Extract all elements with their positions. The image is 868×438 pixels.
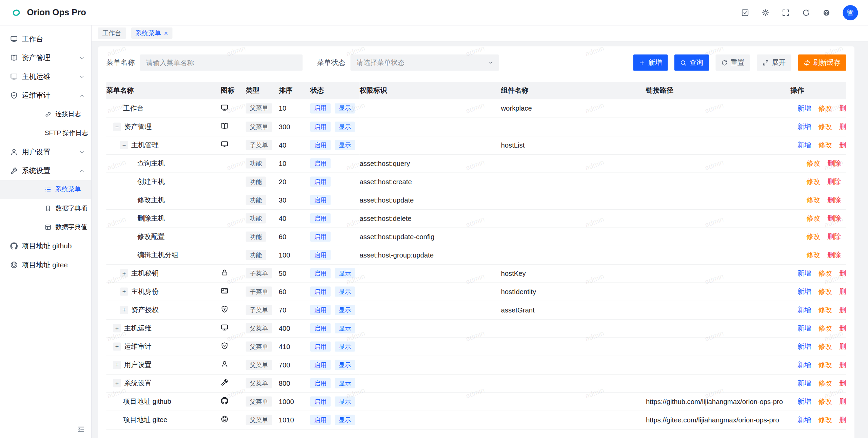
sidebar-item[interactable]: 数据字典值: [0, 218, 91, 237]
edit-link[interactable]: 修改: [807, 233, 821, 241]
add-link[interactable]: 新增: [797, 324, 811, 332]
add-link[interactable]: 新增: [797, 306, 811, 314]
edit-link[interactable]: 修改: [818, 361, 832, 369]
delete-link[interactable]: 删除: [827, 159, 841, 167]
edit-link[interactable]: 修改: [818, 398, 832, 405]
delete-link[interactable]: 删除: [839, 416, 846, 424]
delete-link[interactable]: 删除: [839, 104, 846, 112]
edit-link[interactable]: 修改: [818, 306, 832, 314]
sidebar-item[interactable]: SFTP 操作日志: [0, 124, 91, 143]
close-icon[interactable]: ×: [164, 30, 168, 37]
edit-link[interactable]: 修改: [818, 269, 832, 277]
tab[interactable]: 系统菜单×: [131, 27, 172, 39]
gear-icon[interactable]: [822, 8, 830, 17]
sidebar-item[interactable]: 资产管理: [0, 49, 91, 68]
menu-name-input[interactable]: [140, 55, 303, 71]
actions-cell: 修改删除: [790, 173, 846, 191]
delete-link[interactable]: 删除: [827, 251, 841, 259]
sidebar-item[interactable]: 项目地址 github: [0, 237, 91, 256]
delete-link[interactable]: 删除: [839, 141, 846, 149]
expand-row-icon[interactable]: +: [113, 343, 121, 351]
delete-link[interactable]: 删除: [839, 123, 846, 131]
add-link[interactable]: 新增: [797, 416, 811, 424]
edit-link[interactable]: 修改: [818, 416, 832, 424]
delete-link[interactable]: 删除: [839, 324, 846, 332]
edit-link[interactable]: 修改: [807, 159, 821, 167]
collapse-row-icon[interactable]: −: [113, 123, 121, 131]
edit-link[interactable]: 修改: [807, 251, 821, 259]
add-link[interactable]: 新增: [797, 398, 811, 405]
sidebar-item[interactable]: 主机运维: [0, 67, 91, 86]
reset-button[interactable]: 重置: [715, 55, 750, 71]
shield-icon: [221, 342, 229, 350]
sidebar-collapse-icon[interactable]: [77, 425, 85, 433]
delete-link[interactable]: 删除: [827, 233, 841, 241]
menu-status-select[interactable]: 请选择菜单状态: [351, 55, 499, 71]
edit-link[interactable]: 修改: [818, 104, 832, 112]
sidebar-item-label: 项目地址 gitee: [22, 260, 68, 269]
delete-link[interactable]: 删除: [839, 379, 846, 387]
delete-link[interactable]: 删除: [839, 269, 846, 277]
delete-link[interactable]: 删除: [827, 214, 841, 222]
edit-link[interactable]: 修改: [818, 379, 832, 387]
expand-row-icon[interactable]: +: [113, 379, 121, 387]
sidebar-item[interactable]: 系统设置: [0, 161, 91, 180]
delete-link[interactable]: 删除: [839, 361, 846, 369]
user-avatar[interactable]: 管: [843, 5, 858, 20]
permission-cell: [360, 356, 501, 374]
collapse-row-icon[interactable]: −: [120, 141, 128, 149]
desktop-icon: [10, 35, 18, 43]
add-link[interactable]: 新增: [797, 361, 811, 369]
sidebar-item[interactable]: 连接日志: [0, 105, 91, 124]
link-path-cell: [646, 228, 790, 246]
edit-link[interactable]: 修改: [807, 214, 821, 222]
delete-link[interactable]: 删除: [827, 196, 841, 204]
status-cell: 启用显示: [310, 136, 360, 154]
checkbox-icon[interactable]: [741, 8, 749, 17]
type-tag: 父菜单: [246, 342, 272, 352]
add-link[interactable]: 新增: [797, 141, 811, 149]
sidebar-item[interactable]: 工作台: [0, 30, 91, 49]
permission-cell: [360, 338, 501, 356]
delete-link[interactable]: 删除: [839, 306, 846, 314]
query-button[interactable]: 查询: [674, 55, 709, 71]
add-link[interactable]: 新增: [797, 288, 811, 296]
add-button[interactable]: 新增: [633, 55, 668, 71]
sidebar-item[interactable]: 系统菜单: [0, 180, 91, 199]
expand-row-icon[interactable]: +: [120, 288, 128, 296]
delete-link[interactable]: 删除: [839, 288, 846, 296]
expand-row-icon[interactable]: +: [113, 324, 121, 332]
refresh-cache-button[interactable]: 刷新缓存: [798, 55, 846, 71]
add-link[interactable]: 新增: [797, 343, 811, 350]
status-cell: 启用显示: [310, 356, 360, 374]
add-link[interactable]: 新增: [797, 123, 811, 131]
edit-link[interactable]: 修改: [818, 343, 832, 350]
status-cell: 启用: [310, 246, 360, 264]
sidebar-item[interactable]: 项目地址 gitee: [0, 255, 91, 274]
expand-button[interactable]: 展开: [757, 55, 791, 71]
fullscreen-icon[interactable]: [782, 8, 790, 17]
edit-link[interactable]: 修改: [807, 196, 821, 204]
sidebar-item[interactable]: 用户设置: [0, 142, 91, 161]
delete-link[interactable]: 删除: [839, 343, 846, 350]
edit-link[interactable]: 修改: [818, 141, 832, 149]
actions-cell: 新增修改删除: [790, 283, 846, 301]
delete-link[interactable]: 删除: [827, 178, 841, 186]
expand-row-icon[interactable]: +: [120, 269, 128, 278]
add-link[interactable]: 新增: [797, 379, 811, 387]
edit-link[interactable]: 修改: [818, 123, 832, 131]
edit-link[interactable]: 修改: [818, 288, 832, 296]
tab[interactable]: 工作台: [98, 27, 126, 39]
add-link[interactable]: 新增: [797, 269, 811, 277]
link-icon: [45, 111, 52, 118]
expand-row-icon[interactable]: +: [113, 361, 121, 369]
sun-icon[interactable]: [761, 8, 769, 17]
expand-row-icon[interactable]: +: [120, 306, 128, 314]
sidebar-item[interactable]: 数据字典项: [0, 199, 91, 218]
sidebar-item[interactable]: 运维审计: [0, 86, 91, 105]
add-link[interactable]: 新增: [797, 104, 811, 112]
edit-link[interactable]: 修改: [818, 324, 832, 332]
refresh-icon[interactable]: [802, 8, 810, 17]
edit-link[interactable]: 修改: [807, 178, 821, 186]
delete-link[interactable]: 删除: [839, 398, 846, 405]
